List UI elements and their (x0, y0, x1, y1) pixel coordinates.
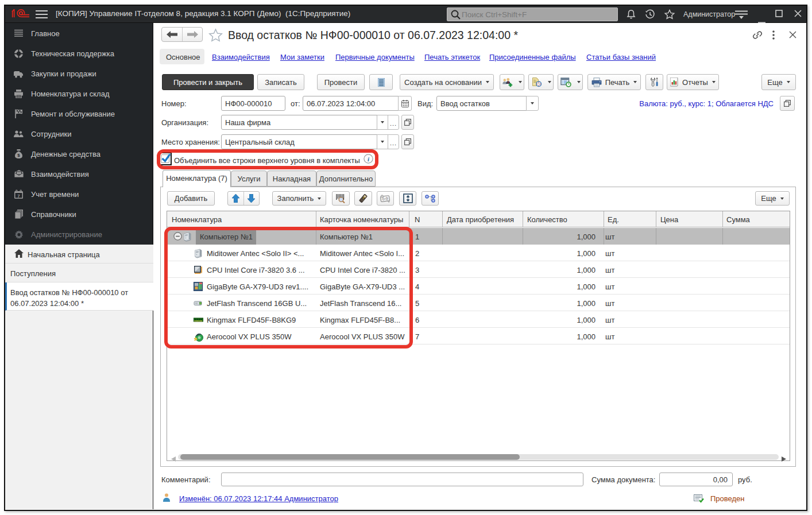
svg-text:$: $ (17, 153, 20, 158)
svg-text:0-9: 0-9 (382, 196, 388, 200)
svg-text:7: 7 (17, 193, 20, 199)
